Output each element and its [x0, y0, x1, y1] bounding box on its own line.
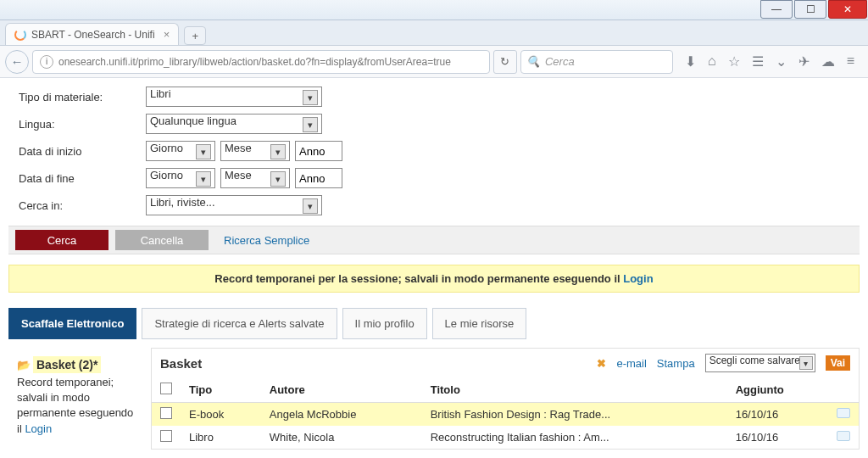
- pocket-icon[interactable]: ⌄: [776, 53, 787, 70]
- language-select[interactable]: Qualunque lingua: [146, 114, 322, 134]
- window-close-button[interactable]: ✕: [828, 0, 867, 19]
- material-type-select[interactable]: Libri: [146, 87, 322, 107]
- material-type-label: Tipo di materiale:: [19, 91, 146, 103]
- window-titlebar: — ☐ ✕: [0, 0, 868, 20]
- browser-tabstrip: SBART - OneSearch - Unifi × +: [0, 20, 868, 46]
- reload-button[interactable]: ↻: [493, 50, 517, 74]
- browser-search-box[interactable]: 🔍 Cerca: [520, 50, 673, 74]
- end-day-select[interactable]: Giorno: [146, 168, 215, 188]
- basket-title: Basket (2)*: [33, 356, 101, 373]
- search-actions-bar: Cerca Cancella Ricerca Semplice: [8, 226, 860, 254]
- select-all-checkbox[interactable]: [160, 383, 172, 394]
- col-type: Tipo: [181, 377, 261, 403]
- cancel-button[interactable]: Cancella: [115, 230, 209, 250]
- back-button[interactable]: ←: [5, 50, 29, 74]
- session-banner: Record temporanei per la sessione; salva…: [8, 265, 860, 293]
- advanced-search-form: Tipo di materiale: Libri Lingua: Qualunq…: [8, 83, 860, 226]
- note-icon[interactable]: [837, 408, 850, 418]
- start-year-input[interactable]: [295, 141, 342, 161]
- save-format-select[interactable]: Scegli come salvare: [705, 354, 815, 372]
- date-start-label: Data di inizio: [19, 145, 146, 158]
- go-button[interactable]: Vai: [826, 355, 850, 371]
- folder-icon: 📂: [17, 359, 31, 371]
- window-minimize-button[interactable]: —: [760, 0, 793, 19]
- delete-icon[interactable]: ✖: [597, 357, 606, 370]
- sidebar: 📂Basket (2)* Record temporanei; salvali …: [8, 348, 144, 450]
- url-text: onesearch.unifi.it/primo_library/libweb/…: [58, 56, 451, 68]
- site-info-icon[interactable]: i: [40, 55, 53, 69]
- browser-toolbar-icons: ⬇ ⌂ ☆ ☰ ⌄ ✈ ☁ ≡: [676, 53, 863, 70]
- browser-navbar: ← i onesearch.unifi.it/primo_library/lib…: [0, 46, 868, 78]
- search-scope-label: Cerca in:: [19, 199, 146, 212]
- table-row[interactable]: Libro White, Nicola Reconstructing Itali…: [152, 426, 859, 449]
- email-action[interactable]: e-mail: [616, 357, 646, 370]
- new-tab-button[interactable]: +: [184, 26, 206, 45]
- home-icon[interactable]: ⌂: [708, 53, 716, 70]
- note-icon[interactable]: [837, 431, 850, 441]
- tab-strategie[interactable]: Strategie di ricerca e Alerts salvate: [142, 308, 337, 339]
- main-panel: Basket ✖ e-mail Stampa Scegli come salva…: [151, 348, 860, 450]
- col-added: Aggiunto: [727, 377, 828, 403]
- download-icon[interactable]: ⬇: [685, 53, 696, 70]
- banner-login-link[interactable]: Login: [623, 272, 653, 285]
- search-button[interactable]: Cerca: [15, 230, 108, 250]
- table-row[interactable]: E-book Angela McRobbie British Fashion D…: [152, 403, 859, 427]
- search-placeholder: Cerca: [545, 55, 575, 68]
- main-tabs: Scaffale Elettronico Strategie di ricerc…: [8, 308, 860, 339]
- date-end-label: Data di fine: [19, 172, 146, 185]
- url-bar[interactable]: i onesearch.unifi.it/primo_library/libwe…: [32, 50, 490, 74]
- print-action[interactable]: Stampa: [657, 357, 695, 370]
- bookmark-star-icon[interactable]: ☆: [728, 53, 740, 70]
- basket-folder[interactable]: 📂Basket (2)*: [17, 356, 136, 373]
- tab-favicon-icon: [14, 29, 26, 41]
- start-month-select[interactable]: Mese: [220, 141, 290, 161]
- basket-heading: Basket: [160, 356, 202, 371]
- chat-icon[interactable]: ☁: [821, 53, 835, 70]
- language-label: Lingua:: [19, 118, 146, 131]
- basket-table: Tipo Autore Titolo Aggiunto E-book Angel…: [152, 377, 859, 449]
- row-checkbox[interactable]: [160, 407, 172, 419]
- search-scope-select[interactable]: Libri, riviste...: [146, 195, 322, 215]
- list-icon[interactable]: ☰: [752, 53, 764, 70]
- row-checkbox[interactable]: [160, 430, 172, 442]
- start-day-select[interactable]: Giorno: [146, 141, 215, 161]
- window-maximize-button[interactable]: ☐: [794, 0, 826, 19]
- sidebar-note: Record temporanei; salvali in modo perma…: [17, 375, 136, 437]
- send-icon[interactable]: ✈: [798, 53, 810, 70]
- end-year-input[interactable]: [295, 168, 342, 188]
- browser-tab[interactable]: SBART - OneSearch - Unifi ×: [5, 23, 179, 45]
- banner-text: Record temporanei per la sessione; salva…: [214, 272, 623, 285]
- col-title: Titolo: [422, 377, 727, 403]
- tab-scaffale[interactable]: Scaffale Elettronico: [8, 308, 136, 339]
- col-author: Autore: [261, 377, 422, 403]
- search-icon: 🔍: [526, 55, 540, 68]
- sidebar-login-link[interactable]: Login: [25, 422, 52, 435]
- end-month-select[interactable]: Mese: [220, 168, 290, 188]
- tab-close-icon[interactable]: ×: [164, 28, 170, 41]
- menu-icon[interactable]: ≡: [847, 53, 854, 70]
- tab-profilo[interactable]: Il mio profilo: [342, 308, 427, 339]
- tab-risorse[interactable]: Le mie risorse: [432, 308, 527, 339]
- tab-title: SBART - OneSearch - Unifi: [31, 29, 155, 41]
- simple-search-link[interactable]: Ricerca Semplice: [224, 234, 309, 247]
